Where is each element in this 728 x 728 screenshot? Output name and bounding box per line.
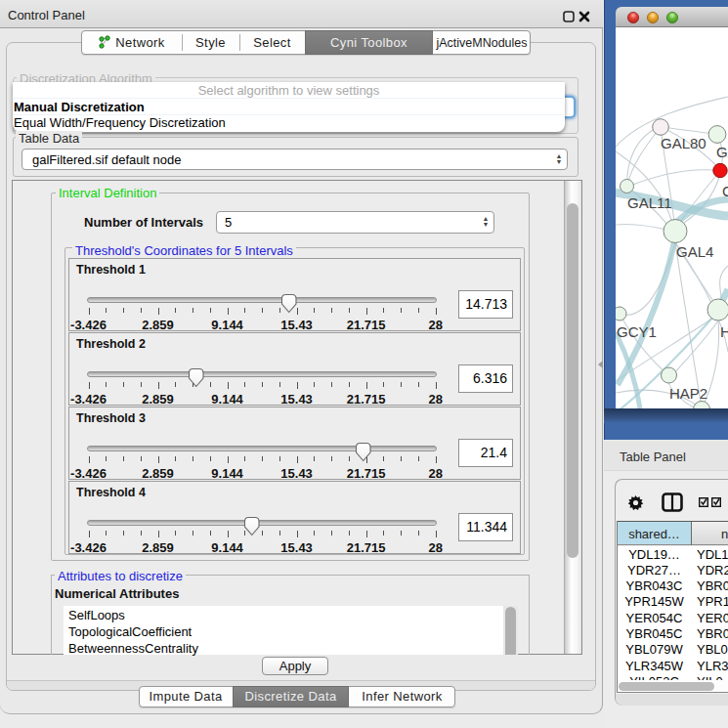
svg-text:GAL11: GAL11 <box>627 194 672 211</box>
svg-text:GA: GA <box>716 144 728 160</box>
svg-text:H: H <box>720 323 728 340</box>
svg-text:GCY1: GCY1 <box>617 323 657 340</box>
svg-text:C: C <box>722 183 728 199</box>
svg-text:GAL4: GAL4 <box>676 243 713 260</box>
svg-text:GAL80: GAL80 <box>661 135 707 151</box>
svg-text:HAP2: HAP2 <box>669 385 707 402</box>
